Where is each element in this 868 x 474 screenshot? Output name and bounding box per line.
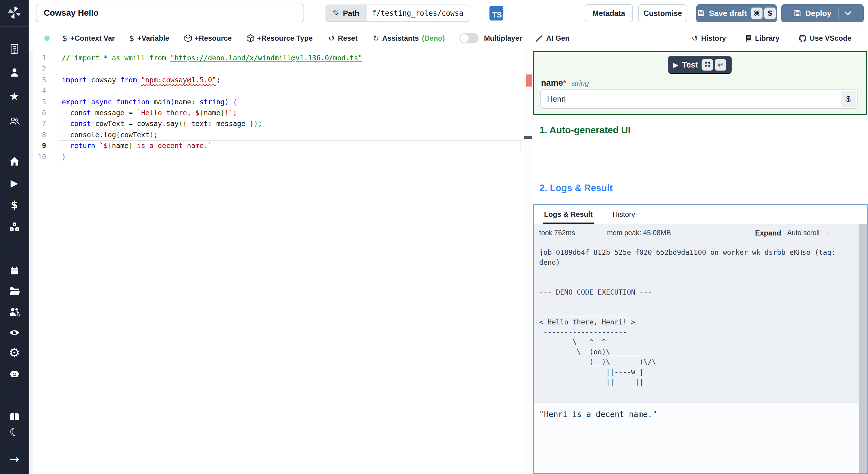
code-line[interactable]: 7 const cowText = cowsay.say({ text: mes…: [29, 118, 523, 129]
code-editor[interactable]: 1// import * as wmill from "https://deno…: [29, 50, 523, 474]
code-line[interactable]: 4: [29, 85, 523, 96]
preview-panel: ▶ Test ⌘↵ name* string $ 1. Auto-generat…: [533, 50, 868, 474]
arg-name-label: name: [541, 78, 563, 88]
dollar-icon: $: [129, 34, 134, 43]
sidebar-item-variables[interactable]: $: [0, 199, 29, 211]
typescript-badge: TS: [490, 6, 503, 21]
code-line[interactable]: 1// import * as wmill from "https://deno…: [29, 53, 523, 63]
deploy-button[interactable]: Deploy: [781, 4, 864, 22]
windmill-logo-icon: [7, 5, 22, 20]
library-button[interactable]: Library: [745, 34, 779, 42]
sidebar-item-workers[interactable]: ⚙: [0, 306, 29, 318]
sidebar-item-audit-logs[interactable]: [0, 327, 29, 338]
script-title-input[interactable]: [36, 4, 304, 22]
sidebar-item-favorites[interactable]: ★: [0, 90, 29, 102]
add-resource-type-button[interactable]: +Resource Type: [247, 34, 313, 42]
play-icon: ▶: [10, 178, 18, 188]
line-number: 8: [35, 129, 46, 140]
folder-icon: [9, 287, 20, 296]
customise-button[interactable]: Customise: [638, 4, 687, 22]
sidebar-item-schedules[interactable]: [0, 265, 29, 277]
sidebar-item-resources[interactable]: [0, 221, 29, 233]
code-line[interactable]: 5export async function main(name: string…: [29, 96, 523, 107]
toolbar-right-group: ↺ History Library Use VScode: [691, 27, 851, 50]
chevron-down-icon[interactable]: [844, 11, 851, 16]
deploy-split-divider: [838, 7, 839, 19]
moon-icon: ☾: [9, 427, 19, 438]
result-pane: "Henri is a decent name.": [534, 403, 867, 473]
editor-toolbar: $ +Context Var $ +Variable +Resource +Re…: [29, 27, 868, 50]
path-chip[interactable]: ✎ Path f/testing_roles/cowsa: [326, 4, 469, 22]
sidebar-item-home[interactable]: [0, 155, 29, 167]
code-line[interactable]: 10}: [29, 151, 523, 162]
toggle-knob: [460, 34, 469, 42]
sidebar: ★ ▶ $ ⚙ ⚙ ☾ →: [0, 0, 29, 474]
windmill-logo[interactable]: [0, 4, 29, 21]
sidebar-item-groups[interactable]: [0, 115, 29, 127]
sidebar-divider: [0, 27, 29, 27]
sidebar-item-user[interactable]: [0, 66, 29, 79]
logs-tabs: Logs & ResultHistory: [534, 205, 867, 224]
log-output: job 0189d64f-812b-525e-f020-652bd9da1100…: [539, 247, 835, 387]
sidebar-item-settings[interactable]: ⚙: [0, 347, 29, 359]
arg-name-input[interactable]: [540, 89, 858, 109]
calendar-icon: [10, 266, 19, 275]
building-icon: [10, 43, 19, 54]
metadata-button[interactable]: Metadata: [585, 4, 633, 22]
tab-history[interactable]: History: [611, 205, 636, 224]
header: ✎ Path f/testing_roles/cowsa TS Metadata…: [29, 0, 868, 27]
sidebar-item-docs[interactable]: [0, 411, 29, 423]
sidebar-item-dark-mode[interactable]: ☾: [0, 426, 29, 438]
tab-logs-result[interactable]: Logs & Result: [543, 205, 594, 224]
line-number: 3: [35, 75, 46, 85]
sidebar-item-workspace[interactable]: [0, 43, 29, 55]
scrollbar-thumb[interactable]: [524, 136, 532, 139]
sidebar-item-runs[interactable]: ▶: [0, 177, 29, 189]
sidebar-item-folders[interactable]: [0, 285, 29, 297]
code-line[interactable]: 8 console.log(cowText);: [29, 129, 523, 140]
assistants-button[interactable]: ↻ Assistants (Deno): [373, 34, 444, 43]
code-line[interactable]: 3import cowsay from "npm:cowsay@1.5.0";: [29, 75, 523, 85]
test-button[interactable]: ▶ Test ⌘↵: [668, 56, 732, 74]
dollar-icon: $: [11, 200, 18, 210]
multiplayer-toggle[interactable]: [459, 33, 478, 43]
logs-scrollbar[interactable]: [859, 224, 867, 473]
editor-overview-ruler: [523, 50, 533, 474]
autoscroll-toggle[interactable]: Auto scroll: [787, 229, 819, 237]
save-draft-button[interactable]: Save draft ⌘S: [696, 4, 777, 22]
refresh-icon: ↻: [373, 34, 379, 43]
kbd-chip: ↵: [715, 59, 726, 70]
add-context-var-button[interactable]: $ +Context Var: [62, 34, 115, 43]
sidebar-expand-button[interactable]: →: [0, 453, 29, 465]
expand-button[interactable]: Expand: [755, 229, 781, 237]
users-gear-icon: ⚙: [9, 307, 20, 317]
save-icon: [698, 10, 705, 17]
code-line[interactable]: 2: [29, 63, 523, 74]
add-resource-button[interactable]: +Resource: [184, 34, 232, 42]
pencil-icon: ✎: [333, 9, 339, 18]
line-number: 4: [35, 85, 46, 96]
reset-button[interactable]: ↺ Reset: [328, 34, 358, 43]
code-line[interactable]: 9 return `${name} is a decent name.`: [29, 140, 523, 151]
sidebar-divider: [0, 443, 29, 443]
code-lines: 1// import * as wmill from "https://deno…: [29, 53, 523, 162]
path-value[interactable]: f/testing_roles/cowsa: [366, 5, 469, 22]
add-variable-button[interactable]: $ +Variable: [129, 34, 169, 43]
logs-result-box: Logs & ResultHistory took 762ms mem peak…: [533, 204, 868, 474]
use-vscode-button[interactable]: Use VScode: [799, 34, 851, 42]
user-icon: [10, 67, 19, 77]
variable-picker-button[interactable]: $: [841, 91, 856, 107]
ai-gen-button[interactable]: AI Gen: [535, 34, 569, 42]
sidebar-item-ai[interactable]: [0, 368, 29, 380]
section-auto-generated-ui: 1. Auto-generated UI: [539, 125, 630, 136]
reset-icon: ↺: [328, 34, 335, 43]
history-button[interactable]: ↺ History: [691, 34, 726, 43]
args-form: ▶ Test ⌘↵ name* string $: [533, 51, 867, 115]
line-number: 7: [35, 118, 46, 129]
section-logs-result: 2. Logs & Result: [539, 183, 613, 194]
kbd-chip: S: [764, 7, 776, 19]
code-line[interactable]: 6 const message = `Hello there, ${name}!…: [29, 107, 523, 118]
log-pane: took 762ms mem peak: 45.08MB Expand Auto…: [534, 224, 867, 403]
library-book-icon: [745, 34, 752, 42]
kbd-chip: ⌘: [751, 7, 763, 19]
